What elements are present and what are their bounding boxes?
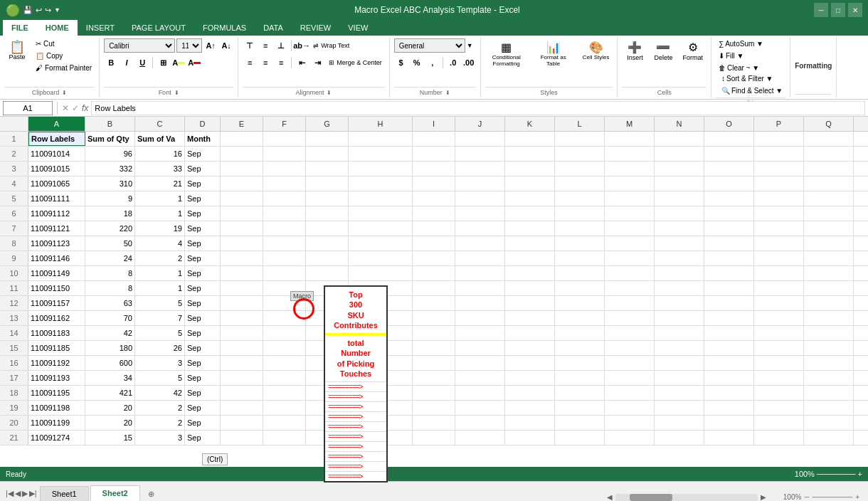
col-header-I[interactable]: I	[413, 117, 455, 131]
autosum-button[interactable]: ∑AutoSum ▼	[716, 38, 766, 49]
formula-input[interactable]	[91, 101, 865, 115]
number-format-select[interactable]: General	[394, 38, 465, 53]
decrease-font-button[interactable]: A↓	[219, 38, 233, 53]
cancel-formula-icon[interactable]: ✕	[62, 103, 69, 113]
maximize-button[interactable]: □	[831, 3, 845, 17]
col-header-C[interactable]: C	[135, 117, 185, 131]
percent-button[interactable]: %	[410, 56, 424, 70]
col-header-J[interactable]: J	[455, 117, 505, 131]
fill-color-button[interactable]: A	[171, 56, 186, 70]
sheet-tab-2[interactable]: Sheet2	[90, 485, 140, 501]
tab-data[interactable]: DATA	[255, 20, 292, 36]
fill-button[interactable]: ⬇Fill ▼	[716, 51, 746, 61]
clear-button[interactable]: 🗑Clear ~ ▼	[716, 63, 762, 73]
comma-button[interactable]: ,	[425, 56, 440, 70]
col-header-K[interactable]: K	[505, 117, 555, 131]
cell-F1[interactable]	[263, 132, 306, 146]
col-header-O[interactable]: O	[704, 117, 754, 131]
sheet-nav-last[interactable]: ▶|	[29, 489, 37, 498]
paste-button[interactable]: 📋 Paste	[4, 38, 30, 63]
sort-filter-button[interactable]: ↕Sort & Filter ▼	[719, 73, 785, 84]
format-button[interactable]: ⚙ Format	[679, 38, 706, 63]
tab-insert[interactable]: INSERT	[78, 20, 123, 36]
align-middle-button[interactable]: ≡	[258, 38, 272, 53]
cut-button[interactable]: ✂Cut	[33, 38, 95, 49]
col-header-L[interactable]: L	[555, 117, 605, 131]
currency-button[interactable]: $	[394, 56, 408, 70]
cell-N1[interactable]	[655, 132, 704, 146]
cell-B1[interactable]: Sum of Qty	[85, 132, 135, 146]
cell-O1[interactable]	[704, 132, 754, 146]
insert-button[interactable]: ➕ Insert	[622, 38, 647, 63]
col-header-Q[interactable]: Q	[804, 117, 854, 131]
cell-M1[interactable]	[605, 132, 655, 146]
conditional-formatting-button[interactable]: ▦ Conditional Formatting	[485, 38, 528, 69]
find-select-button[interactable]: 🔍Find & Select ▼	[719, 85, 785, 96]
cell-G1[interactable]	[306, 132, 349, 146]
decrease-decimal-button[interactable]: .0	[446, 56, 460, 70]
add-sheet-button[interactable]: ⊕	[144, 487, 159, 501]
cell-E1[interactable]	[221, 132, 263, 146]
insert-function-icon[interactable]: fx	[82, 103, 88, 113]
increase-decimal-button[interactable]: .00	[462, 56, 476, 70]
minimize-button[interactable]: ─	[814, 3, 828, 17]
col-header-M[interactable]: M	[605, 117, 655, 131]
name-box[interactable]	[3, 101, 53, 115]
row-number[interactable]: 1	[0, 132, 28, 146]
format-table-button[interactable]: 📊 Format as Table	[532, 38, 575, 69]
tab-page-layout[interactable]: PAGE LAYOUT	[123, 20, 194, 36]
col-header-G[interactable]: G	[306, 117, 349, 131]
font-family-select[interactable]: Calibri	[104, 38, 175, 53]
increase-font-button[interactable]: A↑	[203, 38, 218, 53]
zoom-slider[interactable]: ────────	[812, 493, 852, 501]
col-header-A[interactable]: A	[28, 117, 85, 131]
delete-button[interactable]: ➖ Delete	[650, 38, 676, 63]
font-color-button[interactable]: A	[187, 56, 201, 70]
align-right-button[interactable]: ≡	[274, 56, 288, 70]
align-left-button[interactable]: ≡	[243, 56, 257, 70]
close-button[interactable]: ✕	[848, 3, 862, 17]
tab-view[interactable]: VIEW	[339, 20, 376, 36]
col-header-N[interactable]: N	[655, 117, 704, 131]
cell-L1[interactable]	[555, 132, 605, 146]
merge-center-button[interactable]: ⊞Merge & Center	[326, 58, 385, 68]
select-all-button[interactable]	[0, 117, 28, 131]
cell-A1[interactable]: Row Labels	[28, 132, 85, 146]
increase-indent-button[interactable]: ⇥	[310, 56, 324, 70]
tab-file[interactable]: FILE	[3, 20, 37, 36]
cell-H1[interactable]	[349, 132, 413, 146]
col-header-P[interactable]: P	[754, 117, 804, 131]
wrap-text-button[interactable]: ⇌Wrap Text	[310, 41, 352, 51]
copy-button[interactable]: 📋📋 CopyCopy	[33, 51, 95, 61]
confirm-formula-icon[interactable]: ✓	[72, 103, 79, 113]
text-direction-button[interactable]: ab→	[295, 38, 309, 53]
cell-I1[interactable]	[413, 132, 455, 146]
decrease-indent-button[interactable]: ⇤	[295, 56, 309, 70]
sheet-nav-next[interactable]: ▶	[22, 489, 28, 498]
cell-K1[interactable]	[505, 132, 555, 146]
col-header-H[interactable]: H	[349, 117, 413, 131]
cell-D1[interactable]: Month	[185, 132, 221, 146]
align-top-button[interactable]: ⊤	[243, 38, 257, 53]
col-header-B[interactable]: B	[85, 117, 135, 131]
italic-button[interactable]: I	[120, 56, 134, 70]
cell-J1[interactable]	[455, 132, 505, 146]
grid-container[interactable]: 1 Row Labels Sum of Qty Sum of Va Month	[0, 132, 868, 494]
scroll-right-icon[interactable]: ▶	[761, 493, 766, 501]
cell-C1[interactable]: Sum of Va	[135, 132, 185, 146]
tab-home[interactable]: HOME	[37, 20, 78, 36]
underline-button[interactable]: U	[135, 56, 149, 70]
tab-review[interactable]: REVIEW	[292, 20, 339, 36]
borders-button[interactable]: ⊞	[156, 56, 170, 70]
col-header-F[interactable]: F	[263, 117, 306, 131]
cell-P1[interactable]	[754, 132, 804, 146]
scroll-left-icon[interactable]: ◀	[607, 493, 613, 501]
col-header-E[interactable]: E	[221, 117, 263, 131]
font-size-select[interactable]: 11	[176, 38, 202, 53]
format-painter-button[interactable]: 🖌🖌 Format PainterFormat Painter	[33, 63, 95, 73]
align-bottom-button[interactable]: ⊥	[274, 38, 288, 53]
align-center-button[interactable]: ≡	[258, 56, 272, 70]
sheet-nav-prev[interactable]: ◀	[15, 489, 21, 498]
sheet-tab-1[interactable]: Sheet1	[40, 486, 89, 501]
cell-styles-button[interactable]: 🎨 Cell Styles	[579, 38, 613, 63]
